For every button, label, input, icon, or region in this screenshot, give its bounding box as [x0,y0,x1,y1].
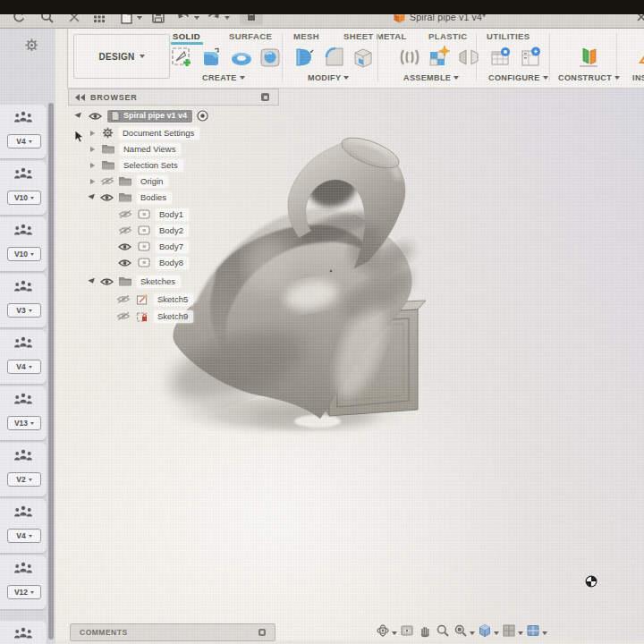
gear-icon[interactable] [24,38,39,53]
expander-expanded-icon[interactable] [74,113,82,119]
eye-visible-icon[interactable] [89,112,102,121]
press-pull-icon[interactable] [292,45,317,70]
viewports-icon[interactable] [526,623,540,638]
group-inspect[interactable]: INSPECT [632,73,644,82]
version-badge[interactable]: V3 [7,303,41,318]
eye-visible-icon[interactable] [100,193,114,202]
extrude-icon[interactable] [199,45,224,70]
version-badge[interactable]: V4 [7,134,41,148]
history-item[interactable]: V4 [0,105,47,158]
group-assemble[interactable]: ASSEMBLE [403,73,459,82]
history-item[interactable] [0,621,47,644]
tree-row-document-settings[interactable]: Document Settings [90,125,199,140]
version-badge[interactable]: V2 [7,472,41,487]
configuration-insert-icon[interactable] [519,45,544,70]
tree-row-named-views[interactable]: Named Views [90,141,181,157]
construct-plane-icon[interactable] [576,45,601,70]
root-document-chip[interactable]: Spiral pipe v1 v4 [107,110,192,123]
version-badge[interactable]: V10 [7,191,41,205]
history-item[interactable]: V10 [0,161,47,215]
revolve-icon[interactable] [258,45,283,70]
version-badge[interactable]: V10 [7,247,41,261]
eye-visible-icon[interactable] [100,277,114,286]
design-menu[interactable]: DESIGN [73,34,170,79]
expander-expanded-icon[interactable] [88,194,96,200]
tree-row-body7[interactable]: Body7 [118,239,189,254]
radio-selected-icon[interactable] [197,110,208,122]
history-item[interactable]: V10 [0,217,47,271]
grid-layout-caret[interactable] [518,631,523,635]
tree-row-sketch9[interactable]: Sketch9 [116,309,193,324]
eye-visible-icon[interactable] [118,258,131,267]
tab-solid[interactable]: SOLID [173,31,200,41]
orbit-icon[interactable] [376,623,390,638]
eye-hidden-icon[interactable] [116,311,131,321]
tree-row-body8[interactable]: Body8 [118,255,189,270]
eye-visible-icon[interactable] [118,242,131,251]
tab-sheet-metal[interactable]: SHEET METAL [343,31,407,41]
expander-collapsed-icon[interactable] [90,147,95,152]
mirror-icon[interactable] [456,45,481,70]
pan-icon[interactable] [418,623,432,638]
group-construct[interactable]: CONSTRUCT [558,73,620,82]
tree-row-sketches[interactable]: Sketches [89,274,181,289]
viewports-caret[interactable] [542,631,547,635]
eye-hidden-icon[interactable] [100,176,114,186]
panel-options-icon[interactable] [261,93,269,101]
version-badge[interactable]: V4 [7,529,41,543]
look-at-icon[interactable] [400,623,414,638]
tree-root-row[interactable]: Spiral pipe v1 v4 [75,108,208,123]
display-settings-icon[interactable] [478,623,492,638]
orbit-caret[interactable] [392,631,397,635]
group-configure[interactable]: CONFIGURE [488,73,548,82]
version-badge[interactable]: V13 [7,416,41,430]
new-component-icon[interactable] [426,45,451,70]
eye-hidden-icon[interactable] [118,225,132,235]
eye-hidden-icon[interactable] [116,294,131,304]
history-item[interactable]: V4 [0,499,47,553]
history-item[interactable]: V2 [0,443,47,496]
display-settings-caret[interactable] [494,631,499,635]
tree-row-bodies[interactable]: Bodies [89,190,172,205]
group-modify[interactable]: MODIFY [308,73,349,82]
zoom-icon[interactable] [436,623,450,638]
fillet-icon[interactable] [322,45,347,70]
version-badge[interactable]: V12 [7,585,41,599]
tab-plastic[interactable]: PLASTIC [428,31,467,41]
tab-mesh[interactable]: MESH [293,31,319,41]
spiral-pipe-model[interactable] [134,125,456,456]
joint-icon[interactable] [397,45,422,70]
fit-icon[interactable] [453,623,468,638]
tab-utilities[interactable]: UTILITIES [487,31,530,41]
history-item[interactable]: V13 [0,386,47,440]
history-scrollbar[interactable] [48,103,54,640]
expander-expanded-icon[interactable] [88,278,96,284]
tree-row-sketch5[interactable]: Sketch5 [116,292,193,307]
redo-caret[interactable] [225,16,230,20]
expander-collapsed-icon[interactable] [90,131,95,136]
inspect-measure-icon[interactable] [637,45,644,70]
group-create[interactable]: CREATE [202,73,245,82]
collapse-panel-icon[interactable] [75,94,86,101]
tab-surface[interactable]: SURFACE [229,31,272,41]
configuration-table-icon[interactable] [488,45,513,70]
tree-row-selection-sets[interactable]: Selection Sets [90,157,183,173]
shell-icon[interactable] [351,45,376,70]
sweep-icon[interactable] [229,45,254,70]
browser-header[interactable]: BROWSER [68,89,279,106]
grid-layout-icon[interactable] [502,623,516,638]
undo-caret[interactable] [194,16,199,20]
version-badge[interactable]: V4 [7,360,41,374]
tree-row-body1[interactable]: Body1 [118,207,189,222]
expander-collapsed-icon[interactable] [90,179,95,184]
fit-caret[interactable] [470,631,475,635]
comments-bar[interactable]: COMMENTS [70,623,275,641]
eye-hidden-icon[interactable] [118,209,132,219]
history-item[interactable]: V3 [0,274,47,327]
history-item[interactable]: V12 [0,555,47,609]
tree-row-body2[interactable]: Body2 [118,223,189,238]
comments-options-icon[interactable] [258,629,266,636]
create-sketch-icon[interactable] [169,45,194,70]
new-file-caret[interactable] [137,16,142,20]
history-item[interactable]: V4 [0,330,47,384]
